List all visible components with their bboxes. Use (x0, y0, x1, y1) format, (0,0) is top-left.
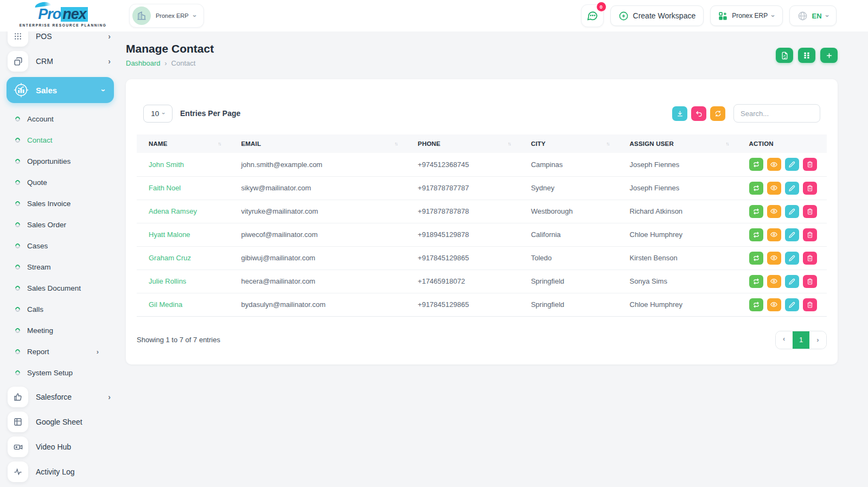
sort-icon[interactable]: ↑↓ (607, 141, 612, 146)
delete-button[interactable] (803, 298, 817, 311)
view-button[interactable] (767, 182, 781, 195)
export-download-button[interactable] (672, 106, 687, 121)
sidebar-subitem[interactable]: Stream (0, 257, 120, 278)
entries-per-page-select[interactable]: 10 › (143, 105, 173, 123)
sidebar-subitem[interactable]: Sales Order (0, 214, 120, 235)
edit-button[interactable] (785, 205, 799, 218)
sidebar-subitem[interactable]: System Setup (0, 362, 120, 383)
convert-button[interactable] (749, 298, 763, 311)
contact-name-link[interactable]: John Smith (149, 161, 184, 169)
view-button[interactable] (767, 275, 781, 288)
view-button[interactable] (767, 205, 781, 218)
delete-button[interactable] (803, 158, 817, 171)
contact-name-link[interactable]: Hyatt Malone (149, 230, 190, 239)
sort-icon[interactable]: ↑↓ (394, 141, 400, 146)
sidebar-subitem[interactable]: Meeting (0, 320, 120, 341)
delete-button[interactable] (803, 275, 817, 288)
pencil-icon (789, 208, 795, 215)
edit-button[interactable] (785, 252, 799, 265)
convert-button[interactable] (749, 228, 763, 241)
import-export-button[interactable] (776, 48, 793, 63)
column-header[interactable]: ACTION (737, 134, 827, 153)
pagination-page-1[interactable]: 1 (793, 331, 809, 349)
sidebar-item-activity-log[interactable]: Activity Log (0, 459, 120, 484)
view-button[interactable] (767, 252, 781, 265)
view-button[interactable] (767, 158, 781, 171)
column-header[interactable]: NAME ↑↓ (137, 134, 229, 153)
workspace-chip[interactable]: Pronex ERP › (129, 4, 204, 28)
chevron-right-icon: › (165, 60, 167, 67)
sidebar-subitem[interactable]: Opportunities (0, 151, 120, 172)
sidebar-subitem[interactable]: Account (0, 108, 120, 130)
sidebar-item-pos[interactable]: POS › (0, 31, 120, 49)
column-header[interactable]: EMAIL ↑↓ (229, 134, 406, 153)
delete-button[interactable] (803, 252, 817, 265)
edit-button[interactable] (785, 275, 799, 288)
contact-name-link[interactable]: Gil Medina (149, 300, 182, 309)
view-button[interactable] (767, 228, 781, 241)
contact-name-link[interactable]: Graham Cruz (149, 254, 191, 262)
edit-button[interactable] (785, 182, 799, 195)
edit-button[interactable] (785, 228, 799, 241)
sort-icon[interactable]: ↑↓ (726, 141, 732, 146)
sidebar-subitem[interactable]: Quote (0, 172, 120, 193)
contact-city: Campinas (519, 153, 618, 176)
sidebar-item-google-sheet[interactable]: Google Sheet (0, 409, 120, 434)
contact-email: vityruke@mailinator.com (229, 200, 406, 223)
breadcrumb-dashboard-link[interactable]: Dashboard (126, 59, 161, 67)
language-selector[interactable]: EN › (789, 5, 837, 26)
delete-button[interactable] (803, 205, 817, 218)
sidebar-subitem[interactable]: Sales Invoice (0, 193, 120, 214)
sidebar-subitem[interactable]: Sales Document (0, 278, 120, 299)
delete-button[interactable] (803, 228, 817, 241)
create-workspace-button[interactable]: Create Workspace (610, 5, 704, 26)
convert-button[interactable] (749, 275, 763, 288)
pagination-next-button[interactable]: › (809, 331, 826, 349)
sidebar-item-sales[interactable]: Sales › (7, 77, 114, 103)
sidebar-item-salesforce[interactable]: Salesforce › (0, 385, 120, 409)
sidebar-subitem[interactable]: Cases (0, 235, 120, 257)
sidebar-item-label: Video Hub (36, 443, 71, 451)
grid-view-button[interactable] (798, 48, 815, 63)
view-button[interactable] (767, 298, 781, 311)
column-header[interactable]: ASSIGN USER ↑↓ (618, 134, 737, 153)
contact-assign-user: Kirsten Benson (618, 246, 737, 270)
add-contact-button[interactable] (820, 48, 838, 63)
contact-name-link[interactable]: Julie Rollins (149, 277, 186, 285)
convert-button[interactable] (749, 205, 763, 218)
contact-email: john.smith@example.com (229, 153, 406, 176)
delete-button[interactable] (803, 182, 817, 195)
search-input[interactable] (733, 104, 820, 123)
pagination-prev-button[interactable]: › (776, 331, 793, 349)
sidebar-subitem[interactable]: Contact (0, 130, 120, 151)
convert-button[interactable] (749, 252, 763, 265)
sidebar-item-crm[interactable]: CRM › (0, 49, 120, 74)
sidebar-subitem[interactable]: Calls (0, 299, 120, 320)
sort-icon[interactable]: ↑↓ (508, 141, 514, 146)
sidebar: POS › CRM › Sales › Account Contact O (0, 31, 120, 487)
trash-icon (807, 255, 813, 261)
undo-button[interactable] (691, 106, 706, 121)
contact-name-link[interactable]: Faith Noel (149, 184, 181, 192)
edit-button[interactable] (785, 298, 799, 311)
plus-icon (825, 52, 833, 60)
refresh-button[interactable] (710, 106, 725, 121)
sort-icon[interactable]: ↑↓ (218, 141, 224, 146)
convert-button[interactable] (749, 158, 763, 171)
workspace-dropdown[interactable]: Pronex ERP › (710, 5, 782, 26)
sidebar-item-label: Google Sheet (36, 418, 82, 426)
column-header[interactable]: CITY ↑↓ (519, 134, 618, 153)
messages-button[interactable]: 0 (581, 4, 604, 27)
sidebar-item-video-hub[interactable]: Video Hub (0, 434, 120, 459)
sidebar-subitem[interactable]: Report › (0, 341, 120, 362)
edit-button[interactable] (785, 158, 799, 171)
table-row: Adena Ramsey vityruke@mailinator.com +91… (137, 200, 827, 223)
pencil-icon (789, 161, 795, 168)
contact-city: Springfield (519, 270, 618, 293)
contact-name-link[interactable]: Adena Ramsey (149, 207, 197, 215)
brand-logo[interactable]: Pronex ENTERPRISE RESOURCE PLANNING (0, 5, 126, 27)
convert-button[interactable] (749, 182, 763, 195)
column-header[interactable]: PHONE ↑↓ (406, 134, 519, 153)
eye-icon (770, 208, 777, 215)
download-icon (676, 110, 684, 117)
